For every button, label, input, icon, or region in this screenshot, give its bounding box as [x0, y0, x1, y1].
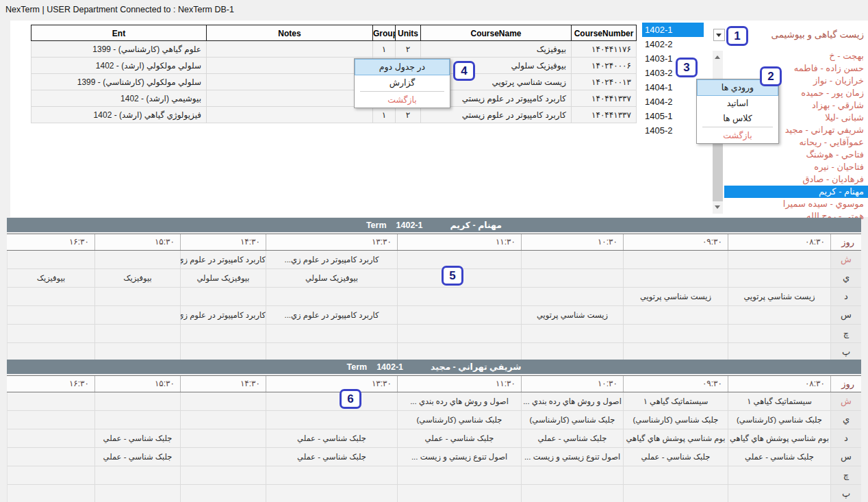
instructor-list-item[interactable]: فتاحي - هوشنگ: [724, 149, 868, 161]
schedule-cell[interactable]: بیوفیزیک: [7, 269, 94, 288]
schedule-cell[interactable]: جلبک شناسي (کارشناسي): [728, 411, 830, 429]
schedule-cell[interactable]: [397, 466, 521, 485]
schedule-cell[interactable]: [728, 269, 830, 288]
schedule-cell[interactable]: کاربرد کامپیوتر در علوم زي...: [266, 306, 397, 325]
schedule-cell[interactable]: [94, 251, 180, 269]
instructor-list-item[interactable]: فتاحیان - نیره: [724, 161, 868, 173]
schedule-cell[interactable]: [266, 343, 397, 362]
schedule-cell[interactable]: اصول تنوع زیستي و زیست ...: [521, 448, 623, 466]
schedule-cell[interactable]: جلبک شناسي (کارشناسي): [397, 411, 521, 429]
course-name-cell[interactable]: بیوفیزیک: [421, 41, 572, 58]
table-row[interactable]: سلولي مولکولي (ارشد) - 1402بیوفیزیک سلول…: [31, 58, 637, 74]
category-label[interactable]: زیست گیاهی و بیوشیمی: [753, 29, 864, 40]
group-cell[interactable]: ۱: [373, 41, 396, 58]
schedule-cell[interactable]: بیوفیزیک سلولي: [266, 269, 397, 288]
schedule-cell[interactable]: جلبک شناسي - عملي: [94, 448, 180, 466]
table-row[interactable]: علوم گیاهي (کارشناسي) - 1399۱۲بیوفیزیک۱۴…: [31, 41, 637, 58]
schedule-cell[interactable]: زیست شناسي پرتویي: [521, 306, 623, 325]
schedule-cell[interactable]: [728, 325, 830, 343]
schedule-cell[interactable]: [521, 466, 623, 485]
schedule-cell[interactable]: سیستماتیک گیاهي ۱: [728, 392, 830, 411]
schedule-cell[interactable]: [397, 306, 521, 325]
schedule-cell[interactable]: اصول تنوع زیستي و زیست ...: [397, 448, 521, 466]
schedule-cell[interactable]: کاربرد کامپیوتر در علوم زي...: [180, 306, 266, 325]
ent-cell[interactable]: سلولي مولکولي (ارشد) - 1402: [31, 58, 207, 74]
schedule-cell[interactable]: [7, 448, 94, 466]
schedule-cell[interactable]: [94, 466, 180, 485]
term-list-item[interactable]: 1405-2: [642, 123, 704, 138]
schedule-cell[interactable]: [266, 392, 397, 411]
notes-cell[interactable]: [207, 74, 373, 90]
schedule-cell[interactable]: [180, 466, 266, 485]
schedule-cell[interactable]: [7, 411, 94, 429]
schedule-cell[interactable]: [397, 343, 521, 362]
schedule-cell[interactable]: [521, 288, 623, 306]
ent-cell[interactable]: فیزیولوژي گیاهي (ارشد) - 1402: [31, 107, 207, 123]
course-number-cell[interactable]: ۱۴۰۲۴۰۰۰۶: [572, 58, 637, 74]
schedule-cell[interactable]: [521, 485, 623, 502]
schedule-cell[interactable]: [180, 288, 266, 306]
schedule-cell[interactable]: [521, 251, 623, 269]
menu-item[interactable]: کلاس ها: [697, 111, 778, 126]
schedule-cell[interactable]: [7, 306, 94, 325]
schedule-cell[interactable]: [94, 288, 180, 306]
schedule-cell[interactable]: [94, 392, 180, 411]
course-number-cell[interactable]: ۱۴۰۴۴۱۳۳۷: [572, 107, 637, 123]
schedule-cell[interactable]: [180, 411, 266, 429]
schedule-cell[interactable]: [728, 466, 830, 485]
schedule-cell[interactable]: بوم شناسي پوشش هاي گیاهي: [623, 429, 728, 448]
term-list-item[interactable]: 1404-1: [642, 80, 704, 95]
menu-item[interactable]: بازگشت: [697, 128, 778, 143]
notes-cell[interactable]: [207, 107, 373, 123]
course-name-cell[interactable]: کاربرد کامپیوتر در علوم زیستي: [421, 107, 572, 123]
scroll-down-icon[interactable]: [715, 205, 720, 212]
schedule-cell[interactable]: جلبک شناسي - عملي: [623, 448, 728, 466]
schedule-cell[interactable]: جلبک شناسي - عملي: [521, 429, 623, 448]
instructor-list-item[interactable]: حسن زاده - فاطمه: [724, 62, 868, 75]
schedule-cell[interactable]: [623, 306, 728, 325]
schedule-cell[interactable]: [623, 485, 728, 502]
schedule-cell[interactable]: [7, 429, 94, 448]
course-number-cell[interactable]: ۱۴۰۴۴۱۳۳۷: [572, 90, 637, 107]
table-row[interactable]: فیزیولوژي گیاهي (ارشد) - 1402۱۲کاربرد کا…: [31, 107, 637, 123]
schedule-cell[interactable]: جلبک شناسي - عملي: [728, 448, 830, 466]
schedule-cell[interactable]: [180, 392, 266, 411]
schedule-cell[interactable]: [7, 392, 94, 411]
schedule-cell[interactable]: [180, 343, 266, 362]
group-cell[interactable]: ۱: [373, 107, 396, 123]
schedule-cell[interactable]: جلبک شناسي - عملي: [266, 448, 397, 466]
units-cell[interactable]: ۲: [396, 107, 421, 123]
schedule-cell[interactable]: [397, 485, 521, 502]
schedule-cell[interactable]: [7, 325, 94, 343]
schedule-cell[interactable]: [728, 485, 830, 502]
schedule-cell[interactable]: [728, 306, 830, 325]
term-list-item[interactable]: 1402-1: [642, 23, 704, 37]
units-cell[interactable]: ۲: [396, 41, 421, 58]
table-row[interactable]: سلولي مولکولي (کارشناسي) - 1399زیست شناس…: [31, 74, 637, 90]
schedule-cell[interactable]: [7, 343, 94, 362]
schedule-cell[interactable]: [623, 325, 728, 343]
schedule-cell[interactable]: جلبک شناسي (کارشناسي): [521, 411, 623, 429]
schedule-cell[interactable]: [521, 343, 623, 362]
schedule-cell[interactable]: [728, 343, 830, 362]
schedule-cell[interactable]: [7, 251, 94, 269]
menu-item[interactable]: گزارش: [355, 75, 450, 90]
schedule-cell[interactable]: [7, 485, 94, 502]
schedule-cell[interactable]: بوم شناسي پوشش هاي گیاهي: [728, 429, 830, 448]
ent-cell[interactable]: سلولي مولکولي (کارشناسي) - 1399: [31, 74, 207, 90]
schedule-cell[interactable]: [728, 251, 830, 269]
schedule-cell[interactable]: [397, 325, 521, 343]
schedule-cell[interactable]: [94, 306, 180, 325]
schedule-cell[interactable]: [266, 288, 397, 306]
schedule-cell[interactable]: [7, 466, 94, 485]
schedule-cell[interactable]: [266, 485, 397, 502]
schedule-cell[interactable]: جلبک شناسي - عملي: [397, 429, 521, 448]
term-list-item[interactable]: 1405-1: [642, 109, 704, 123]
schedule-cell[interactable]: [266, 411, 397, 429]
course-number-cell[interactable]: ۱۴۰۴۴۱۱۷۶: [572, 41, 637, 58]
schedule-cell[interactable]: جلبک شناسي - عملي: [94, 429, 180, 448]
schedule-cell[interactable]: اصول و روش هاي رده بندي ...: [397, 392, 521, 411]
notes-cell[interactable]: [207, 41, 373, 58]
table-row[interactable]: بیوشیمي (ارشد) - 1402کاربرد کامپیوتر در …: [31, 90, 637, 107]
schedule-cell[interactable]: [180, 325, 266, 343]
